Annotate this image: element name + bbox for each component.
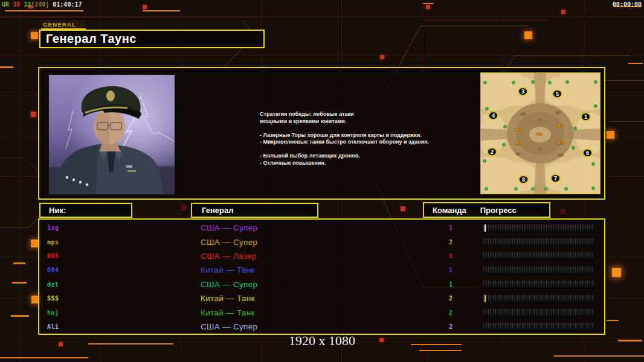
nick-header-label: Ник:: [40, 206, 66, 215]
strategy-description: Стратегия победы: лобовые атакимощными и…: [260, 111, 459, 167]
player-team: 1: [427, 267, 475, 273]
strategy-line: [260, 146, 459, 153]
column-header-team-progress: Команда Прогресс: [423, 202, 550, 218]
player-rows: isgСША — Супер1mpsСША — Супер2005США — Л…: [39, 221, 604, 334]
decor-dash: [554, 355, 644, 357]
decor-square: [524, 31, 532, 39]
player-nick: isg: [39, 224, 201, 231]
decor-dash: [423, 3, 434, 4]
table-row: AliСША — Супер2: [39, 320, 604, 334]
decor-line: [0, 17, 256, 17]
debug-part: 30: [9, 1, 20, 8]
player-nick: mps: [39, 239, 201, 246]
player-team: 1: [427, 224, 475, 231]
player-progress-bar: [483, 323, 594, 330]
player-team: 2: [427, 310, 475, 316]
decor-dash: [0, 357, 88, 358]
team-header-label: Команда: [424, 206, 466, 215]
decor-square: [181, 205, 187, 211]
decor-faint-line: [604, 80, 644, 81]
decor-dash: [12, 282, 27, 284]
player-nick: hoj: [39, 310, 201, 316]
decor-square: [380, 55, 384, 59]
strategy-line: - Отличные повышения.: [260, 160, 459, 167]
player-team: 2: [427, 295, 475, 302]
player-team: 1: [427, 281, 475, 288]
loading-screen: UR 30 32[240] 01:40:17 00:00:00 GENERAL …: [0, 0, 644, 362]
decor-dash: [419, 350, 462, 351]
start-position-marker: 8: [518, 175, 529, 184]
decor-square: [143, 5, 147, 9]
decor-dash: [13, 262, 25, 264]
player-general: США — Супер: [201, 238, 427, 247]
map-terrain: [481, 73, 600, 194]
start-position-marker: 4: [488, 111, 498, 120]
player-general: США — Лазер: [201, 252, 427, 261]
player-nick: 005: [39, 253, 201, 259]
decor-dash: [11, 315, 29, 317]
player-nick: SSS: [39, 295, 201, 302]
decor-line: [423, 20, 547, 21]
decor-square: [31, 112, 36, 117]
player-general: Китай — Танк: [201, 294, 427, 303]
resolution-label: 1920 x 1080: [0, 333, 644, 349]
player-general: США — Супер: [201, 322, 427, 331]
player-nick: dzl: [39, 281, 201, 288]
player-nick: 004: [39, 267, 201, 273]
strategy-line: мощными и крепкими юнитами.: [260, 118, 459, 125]
start-position-marker: 2: [487, 147, 497, 156]
player-nick: Ali: [39, 323, 201, 330]
player-progress-bar: [483, 281, 594, 288]
start-position-marker: 6: [582, 148, 593, 157]
map-preview: 12345678: [480, 72, 601, 194]
strategy-line: - Лазерные Торы хороши для контроля карт…: [260, 132, 459, 139]
general-portrait: [49, 75, 175, 194]
strategy-line: [260, 125, 459, 132]
column-header-general: Генерал: [191, 203, 318, 218]
progress-tick: [485, 224, 486, 232]
strategy-line: Стратегия победы: лобовые атаки: [260, 111, 459, 118]
general-header-label: Генерал: [192, 206, 233, 215]
general-title-box: Генерал Таунс: [39, 30, 265, 48]
start-position-marker: 5: [552, 89, 562, 98]
decor-dash: [0, 66, 13, 68]
debug-part: UR: [2, 1, 9, 8]
decor-dash: [607, 320, 619, 321]
player-table-panel: isgСША — Супер1mpsСША — Супер2005США — Л…: [38, 218, 605, 335]
decor-square: [607, 131, 614, 139]
player-general: Китай — Танк: [201, 265, 427, 275]
player-progress-bar: [483, 267, 594, 274]
general-name: Генерал Таунс: [40, 32, 137, 46]
table-row: 004Китай — Танк1: [39, 263, 604, 277]
player-progress-bar: [483, 224, 594, 232]
player-general: Китай — Танк: [201, 308, 427, 317]
start-position-marker: 7: [550, 174, 561, 183]
decor-square: [561, 10, 565, 14]
decor-square: [560, 209, 565, 214]
table-row: SSSКитай — Танк2: [39, 291, 604, 305]
player-progress-bar: [483, 309, 594, 316]
decor-square: [426, 5, 430, 9]
player-team: 2: [427, 239, 475, 246]
table-row: dzlСША — Супер1: [39, 278, 604, 291]
start-position-marker: 1: [581, 112, 591, 121]
table-row: 005США — Лазер1: [39, 249, 604, 263]
decor-square: [31, 32, 38, 39]
progress-header-label: Прогресс: [480, 206, 517, 215]
start-position-marker: 3: [518, 87, 528, 96]
debug-overlay-text: UR 30 32[240] 01:40:17: [2, 1, 82, 8]
player-progress-bar: [483, 295, 594, 302]
player-team: 2: [427, 323, 475, 330]
table-row: hojКитай — Танк2: [39, 305, 604, 319]
player-progress-bar: [483, 252, 594, 259]
debug-part: 32: [20, 1, 31, 8]
match-timer: 00:00:00: [613, 1, 642, 8]
player-progress-bar: [483, 238, 594, 246]
strategy-line: - Большой выбор летающих дронов.: [260, 153, 459, 160]
column-header-nick: Ник:: [39, 203, 132, 218]
strategy-line: - Микроволновые танки быстро отключают о…: [260, 139, 459, 146]
player-team: 1: [427, 253, 475, 259]
decor-dash: [628, 63, 643, 64]
general-tag-label: GENERAL: [41, 21, 86, 30]
table-row: isgСША — Супер1: [39, 221, 604, 235]
